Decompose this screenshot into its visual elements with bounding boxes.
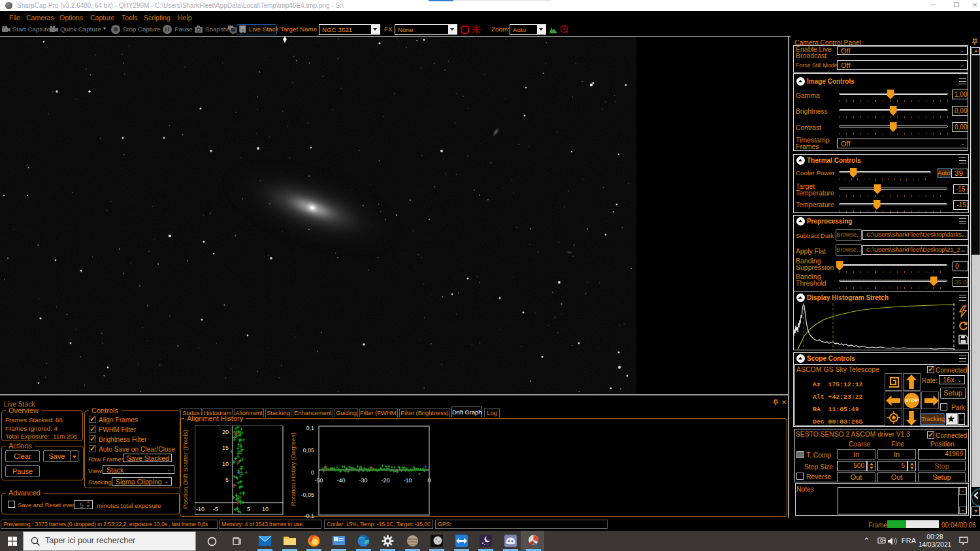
svg-text:-50: -50: [314, 477, 323, 484]
svg-text:5: 5: [225, 476, 229, 483]
svg-text:10: 10: [262, 506, 269, 512]
svg-text:-0,05: -0,05: [301, 492, 314, 498]
svg-text:0,05: 0,05: [302, 447, 314, 454]
svg-text:-30: -30: [359, 477, 367, 484]
svg-text:Rotation History (Degrees): Rotation History (Degrees): [291, 433, 297, 506]
svg-text:0: 0: [427, 477, 431, 484]
svg-text:Position Drift Scatter (Pixels: Position Drift Scatter (Pixels): [183, 430, 189, 509]
svg-text:20: 20: [222, 429, 229, 435]
svg-text:0,1: 0,1: [306, 425, 314, 431]
svg-text:10: 10: [222, 461, 229, 467]
svg-text:2: 2: [242, 29, 244, 33]
svg-text:-10: -10: [403, 477, 412, 484]
svg-text:-20: -20: [381, 477, 389, 484]
svg-text:-5: -5: [213, 506, 218, 512]
svg-text:5: 5: [247, 506, 250, 512]
svg-text:-40: -40: [336, 477, 345, 484]
svg-text:15: 15: [222, 444, 229, 451]
svg-text:-10: -10: [196, 506, 204, 512]
svg-text:0: 0: [311, 469, 314, 476]
